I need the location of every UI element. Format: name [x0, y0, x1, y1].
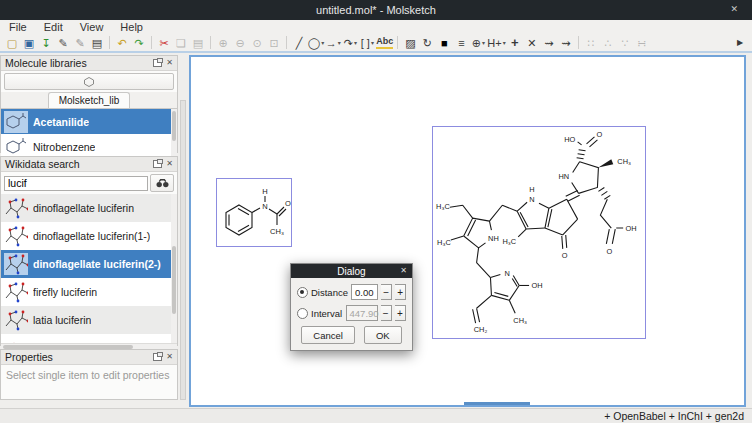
distribute-button: ∺ — [634, 35, 650, 51]
redo-button[interactable]: ↷ — [131, 35, 147, 51]
menu-file[interactable]: File — [9, 21, 27, 33]
close-panel-icon[interactable]: ✕ — [166, 353, 173, 361]
menu-edit[interactable]: Edit — [44, 21, 63, 33]
toolbar-button-icon: ⊡ — [269, 35, 278, 51]
wikidata-item-dinoflagellate-luciferin[interactable]: dinoflagellate luciferin — [1, 194, 177, 222]
close-panel-icon[interactable]: ✕ — [166, 160, 173, 168]
tab-molsketch-lib[interactable]: Molsketch_lib — [48, 92, 131, 108]
export-button[interactable]: ✎ — [72, 35, 88, 51]
dialog-window: Dialog ✕ Distance 0.00 − + — [290, 263, 413, 351]
undo-button[interactable]: ↶ — [114, 35, 130, 51]
dock-scrollbar[interactable] — [178, 55, 189, 407]
cancel-button[interactable]: Cancel — [301, 326, 355, 344]
acetanilide-selection-rect[interactable]: H N O CH₃ — [216, 178, 292, 247]
atom-label: N — [262, 202, 267, 211]
spinbox-value[interactable]: 447.90 — [346, 305, 378, 321]
menu-bar: FileEditViewHelp — [0, 20, 752, 34]
undock-panel-icon[interactable] — [153, 59, 162, 67]
draw-tool-button[interactable]: ╱ — [291, 35, 307, 51]
wikidata-item-partial[interactable] — [1, 334, 177, 343]
chevron-down-icon: ▾ — [354, 39, 357, 46]
hydrogen-tool-button[interactable]: H+ ▾ — [487, 35, 505, 51]
undock-panel-icon[interactable] — [153, 160, 162, 168]
toolbar-button-icon: ⊙ — [252, 35, 261, 51]
text-tool-button[interactable]: Abc — [376, 35, 393, 51]
reaction-map-button[interactable]: ⇝ — [541, 35, 557, 51]
print-button[interactable]: ▤ — [89, 35, 105, 51]
drawing-canvas[interactable]: H N O CH₃ — [189, 55, 746, 407]
wikidata-search-header: Wikidata search ✕ — [1, 157, 177, 172]
library-list-scrollbar[interactable] — [171, 109, 177, 160]
search-input[interactable] — [4, 176, 148, 191]
toolbar-button-icon: ⊕ — [472, 35, 481, 51]
scrollbar-handle[interactable] — [172, 246, 176, 314]
molecule-libraries-panel: Molecule libraries ✕ Molsketch_lib — [0, 55, 178, 153]
open-file-button[interactable]: ▣ — [21, 35, 37, 51]
toolbar-button-icon: ↷ — [134, 35, 143, 51]
ring-tool-button[interactable]: ◯ ▾ — [308, 35, 324, 51]
cut-button[interactable]: ✂ — [156, 35, 172, 51]
toolbar-extension-button[interactable]: ▶ — [732, 35, 748, 51]
move-tool-button[interactable]: + — [507, 35, 523, 51]
wikidata-item-firefly-luciferin[interactable]: firefly luciferin — [1, 278, 177, 306]
wikidata-item-label: latia luciferin — [33, 314, 91, 326]
save-button[interactable]: ↧ — [38, 35, 54, 51]
toolbar-button-icon: ✕ — [527, 35, 536, 51]
panel-title: Molecule libraries — [5, 57, 149, 69]
spin-increment-button[interactable]: + — [395, 284, 406, 300]
delete-tool-button[interactable]: ✕ — [524, 35, 540, 51]
luciferin-structure[interactable]: HO O CH₃ HN OH O H N H₃C O H₃C H₃C NH N … — [433, 127, 643, 336]
close-panel-icon[interactable]: ✕ — [166, 59, 173, 67]
library-item-acetanilide[interactable]: Acetanilide — [1, 109, 177, 134]
dialog-body: Distance 0.00 − + Interval 447.90 − + — [291, 278, 412, 350]
scrollbar-handle[interactable] — [180, 100, 186, 400]
dialog-close-button[interactable]: ✕ — [400, 267, 407, 275]
dialog-title-bar[interactable]: Dialog ✕ — [291, 264, 412, 278]
luciferin-selection-rect[interactable]: HO O CH₃ HN OH O H N H₃C O H₃C H₃C NH N … — [432, 126, 646, 339]
toolbar-button-icon: ╱ — [296, 35, 303, 51]
charge-tool-button[interactable]: ⊕ ▾ — [470, 35, 486, 51]
spinbox-value[interactable]: 0.00 — [351, 284, 378, 300]
wikidata-item-label: dinoflagellate luciferin — [33, 202, 134, 214]
new-file-button[interactable]: ▢ — [4, 35, 20, 51]
toolbar-button-icon: ↷ — [344, 35, 353, 51]
toolbar-button-icon: ⇝ — [561, 35, 570, 51]
wikidata-list-scrollbar[interactable] — [171, 194, 177, 343]
toolbar-button-icon: [ ] — [361, 35, 370, 51]
reaction-map-alt-button[interactable]: ⇝ — [558, 35, 574, 51]
acetanilide-structure[interactable]: H N O CH₃ — [217, 179, 291, 246]
lasso-tool-button[interactable]: ▨ — [402, 35, 418, 51]
chevron-down-icon: ▾ — [321, 39, 324, 46]
menu-view[interactable]: View — [80, 21, 104, 33]
line-width-button[interactable]: ≡ — [453, 35, 469, 51]
open-library-button[interactable] — [4, 73, 174, 90]
wikidata-item-dinoflagellate-luciferin-1[interactable]: dinoflagellate luciferin(1-) — [1, 222, 177, 250]
status-text: + OpenBabel + InChI + gen2d — [604, 410, 744, 422]
toolbar-button-icon: ◯ — [308, 35, 320, 51]
interval-row: Interval 447.90 − + — [297, 305, 406, 321]
color-button[interactable]: ■ — [436, 35, 452, 51]
spin-decrement-button[interactable]: − — [381, 284, 392, 300]
atom-label: CH₃ — [513, 316, 527, 325]
import-button[interactable]: ✎ — [55, 35, 71, 51]
undock-panel-icon[interactable] — [153, 353, 162, 361]
mechanism-arrow-button[interactable]: ↷ ▾ — [342, 35, 358, 51]
canvas-horizontal-scrollbar[interactable] — [464, 402, 530, 405]
rotate-tool-button[interactable]: ↻ — [419, 35, 435, 51]
search-button[interactable] — [150, 174, 174, 192]
wikidata-item-latia-luciferin[interactable]: latia luciferin — [1, 306, 177, 334]
toolbar-button-icon: ✎ — [58, 35, 67, 51]
arrow-tool-button[interactable]: → ▾ — [325, 35, 341, 51]
spin-increment-button[interactable]: + — [395, 305, 406, 321]
spin-decrement-button[interactable]: − — [381, 305, 392, 321]
ok-button[interactable]: OK — [364, 326, 402, 344]
molecule-thumbnail — [4, 281, 28, 303]
radio-button[interactable] — [297, 308, 308, 319]
scrollbar-handle[interactable] — [172, 111, 176, 141]
menu-help[interactable]: Help — [120, 21, 143, 33]
window-close-button[interactable]: ✕ — [730, 4, 738, 14]
wikidata-item-dinoflagellate-luciferin-2[interactable]: dinoflagellate luciferin(2-) — [1, 250, 177, 278]
toolbar-separator — [286, 36, 287, 49]
radio-button[interactable] — [297, 287, 308, 298]
bracket-tool-button[interactable]: [ ] ▾ — [359, 35, 375, 51]
